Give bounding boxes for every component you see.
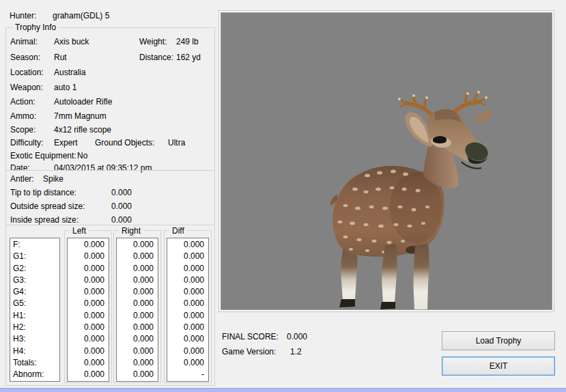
hunter-label: Hunter:: [10, 11, 36, 20]
measure-value: 0.000: [117, 333, 158, 345]
trophy-render-viewport: [221, 12, 552, 310]
trophy-info-label: Weapon:: [10, 83, 43, 92]
measure-value: 0.000: [167, 333, 208, 345]
trophy-info-label: Animal:: [10, 37, 38, 46]
measure-value: 0.000: [117, 251, 158, 262]
trophy-info-value: 162 yd: [176, 53, 201, 62]
game-version-label: Game Version:: [222, 347, 276, 356]
trophy-info-label: Ammo:: [10, 111, 36, 121]
measure-value: 0.000: [68, 286, 109, 298]
tip-to-tip-value: 0.000: [111, 188, 132, 197]
trophy-info-label: Weight:: [139, 37, 167, 46]
measure-value: 0.000: [68, 310, 109, 322]
inside-spread-value: 0.000: [111, 215, 132, 225]
measure-row-label: H1:: [10, 310, 59, 322]
hunter-row: Hunter: graham(GDL) 5: [0, 11, 218, 22]
measure-row-label: H4:: [10, 346, 59, 357]
measure-value: 0.000: [117, 263, 158, 275]
trophy-info-value: Ultra: [168, 138, 185, 148]
measure-row-label: F:: [10, 239, 59, 251]
measure-value: -: [167, 369, 208, 380]
measure-value: 0.000: [68, 357, 109, 369]
measure-value: 0.000: [117, 286, 158, 298]
trophy-info-rows: Animal:Axis buckWeight:249 lbSeason:RutD…: [6, 28, 214, 170]
trophy-info-value: 7mm Magnum: [54, 111, 107, 121]
trophy-info-label: Season:: [10, 53, 40, 62]
trophy-render-frame: [218, 10, 554, 312]
game-version-value: 1.2: [290, 347, 302, 356]
right-column-groupbox: Right 0.0000.0000.0000.0000.0000.0000.00…: [113, 230, 161, 383]
measure-value: 0.000: [167, 357, 208, 369]
measure-value: 0.000: [167, 251, 208, 262]
measure-value: 0.000: [68, 346, 109, 357]
measure-value: 0.000: [167, 239, 208, 251]
trophy-info-label: Location:: [10, 68, 44, 77]
antler-info-groupbox: Antler: Spike Tip to tip distance: 0.000…: [5, 170, 215, 225]
measure-row-label: Abnorm:: [10, 369, 59, 380]
trophy-info-value: auto 1: [54, 83, 76, 92]
measure-value: 0.000: [68, 275, 109, 286]
measure-row-label: Totals:: [10, 357, 59, 369]
outside-spread-value: 0.000: [111, 201, 132, 211]
measurements-groupbox: F:G1:G2:G3:G4:G5:H1:H2:H3:H4:Totals:Abno…: [5, 225, 215, 386]
trophy-info-value: Australia: [54, 68, 86, 77]
trophy-viewer-window: Hunter: graham(GDL) 5 Trophy Info Animal…: [0, 0, 566, 392]
trophy-info-label: Distance:: [139, 53, 173, 62]
left-values-list[interactable]: 0.0000.0000.0000.0000.0000.0000.0000.000…: [67, 238, 109, 382]
inside-spread-label: Inside spread size:: [10, 215, 79, 225]
exit-button[interactable]: EXIT: [442, 356, 555, 376]
measure-value: 0.000: [167, 263, 208, 275]
left-column-groupbox: Left 0.0000.0000.0000.0000.0000.0000.000…: [64, 230, 112, 383]
trophy-info-value: 4x12 rifle scope: [54, 125, 111, 135]
window-bottom-border: [0, 388, 566, 392]
diff-column-groupbox: Diff 0.0000.0000.0000.0000.0000.0000.000…: [164, 230, 212, 383]
measure-value: 0.000: [68, 298, 109, 309]
measure-value: 0.000: [117, 357, 158, 369]
antler-label: Antler:: [10, 174, 34, 184]
measure-value: 0.000: [68, 263, 109, 275]
antler-value: Spike: [43, 174, 63, 184]
measure-row-label: G1:: [10, 251, 59, 262]
measure-value: 0.000: [68, 322, 109, 333]
measure-value: 0.000: [68, 251, 109, 262]
trophy-info-value: Rut: [54, 53, 67, 62]
measure-row-labels-list[interactable]: F:G1:G2:G3:G4:G5:H1:H2:H3:H4:Totals:Abno…: [10, 238, 60, 382]
tip-to-tip-label: Tip to tip distance:: [10, 188, 76, 197]
measure-value: 0.000: [167, 275, 208, 286]
load-trophy-button[interactable]: Load Trophy: [442, 331, 555, 350]
measure-value: 0.000: [167, 322, 208, 333]
deer-render: [221, 13, 552, 309]
measure-value: 0.000: [117, 298, 158, 309]
trophy-info-label: Ground Objects:: [95, 138, 154, 148]
final-score-value: 0.000: [287, 332, 307, 341]
measure-row-label: H3:: [10, 333, 59, 345]
trophy-info-value: Autoloader Rifle: [54, 97, 112, 107]
measure-value: 0.000: [68, 333, 109, 345]
diff-values-list[interactable]: 0.0000.0000.0000.0000.0000.0000.0000.000…: [167, 238, 209, 382]
measure-value: 0.000: [167, 310, 208, 322]
measure-row-label: G3:: [10, 275, 59, 286]
measure-row-label: G2:: [10, 263, 59, 275]
final-score-label: FINAL SCORE:: [222, 332, 279, 341]
measure-value: 0.000: [117, 239, 158, 251]
trophy-info-value: Axis buck: [54, 37, 89, 46]
measure-value: 0.000: [167, 346, 208, 357]
measure-value: 0.000: [167, 298, 208, 309]
diff-column-header: Diff: [169, 226, 187, 236]
right-column-header: Right: [119, 226, 143, 236]
trophy-info-label: Difficulty:: [10, 138, 43, 148]
measure-value: 0.000: [117, 322, 158, 333]
trophy-info-label: Exotic Equipment:: [10, 151, 76, 160]
measure-value: 0.000: [117, 369, 158, 380]
measure-value: 0.000: [117, 346, 158, 357]
measure-row-label: G4:: [10, 286, 59, 298]
right-values-list[interactable]: 0.0000.0000.0000.0000.0000.0000.0000.000…: [116, 238, 158, 382]
measure-value: 0.000: [167, 286, 208, 298]
measure-value: 0.000: [117, 310, 158, 322]
left-column-header: Left: [70, 226, 89, 236]
measure-value: 0.000: [68, 239, 109, 251]
trophy-info-groupbox: Trophy Info Animal:Axis buckWeight:249 l…: [5, 27, 215, 171]
trophy-info-label: Action:: [10, 97, 36, 107]
hunter-value: graham(GDL) 5: [53, 11, 109, 20]
trophy-info-value: 249 lb: [176, 37, 199, 46]
